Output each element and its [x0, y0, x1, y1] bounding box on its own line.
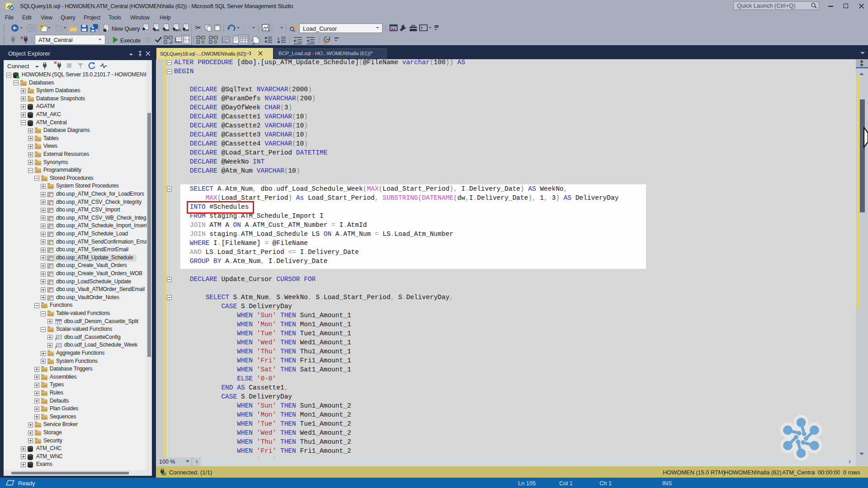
svg-text:2: 2 — [277, 37, 279, 41]
svg-text:@: @ — [323, 39, 328, 44]
